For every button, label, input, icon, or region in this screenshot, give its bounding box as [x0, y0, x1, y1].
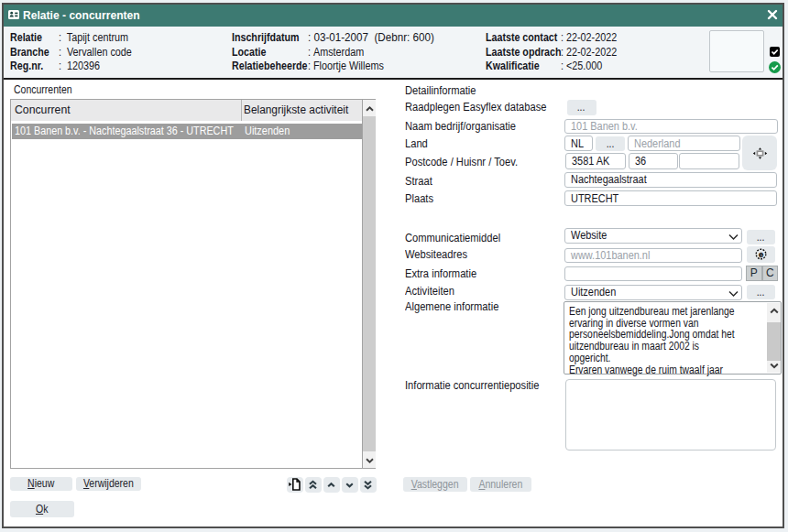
svg-text:e: e	[759, 249, 763, 259]
